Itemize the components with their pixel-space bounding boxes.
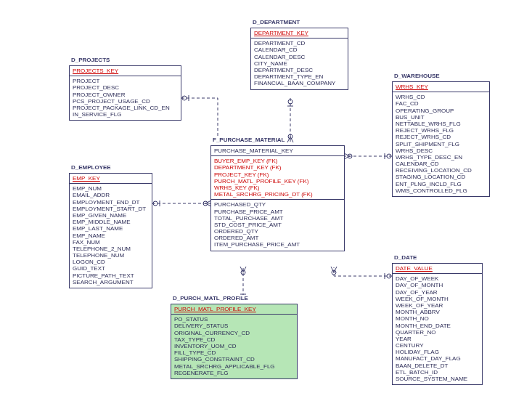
entity-title: D_PROJECTS xyxy=(70,57,111,65)
svg-point-17 xyxy=(332,270,336,275)
entity-d-date[interactable]: D_DATE DATE_VALUE DAY_OF_WEEK DAY_OF_MON… xyxy=(392,263,483,385)
foreign-key: DEPARTMENT_KEY (FK) xyxy=(214,164,341,171)
column: REGENERATE_FLG xyxy=(174,370,294,376)
svg-point-9 xyxy=(153,201,157,206)
column: WEEK_OF_YEAR xyxy=(396,302,479,309)
column: REJECT_WRHS_FLG xyxy=(396,127,486,134)
column: CITY_NAME xyxy=(254,60,345,67)
svg-point-3 xyxy=(288,100,292,104)
column: EMP_NAME xyxy=(73,232,149,239)
primary-key: WRHS_KEY xyxy=(393,82,489,92)
column: DAY_OF_MONTH xyxy=(396,282,479,288)
column: LOGON_CD xyxy=(73,259,149,265)
column: PROJECT_DESC xyxy=(73,84,178,91)
entity-title: D_WAREHOUSE xyxy=(393,73,441,81)
column: ORDERED_QTY xyxy=(214,228,341,235)
column: WRHS_TYPE_DESC_EN xyxy=(396,154,486,161)
foreign-key: PROJECT_KEY (FK) xyxy=(214,171,341,178)
column: CENTURY xyxy=(396,342,479,349)
column: PURCHASED_QTY xyxy=(214,201,341,208)
column: TELEPHONE_2_NUM xyxy=(73,246,149,252)
entity-d-purch-matl-profile[interactable]: D_PURCH_MATL_PROFILE PURCH_MATL_PROFILE_… xyxy=(171,304,298,379)
entity-title: D_DEPARTMENT xyxy=(251,19,301,28)
primary-key: PURCH_MATL_PROFILE_KEY xyxy=(171,304,297,315)
column: MONTH_NO xyxy=(396,315,479,322)
column: WEEK_OF_MONTH xyxy=(396,296,479,302)
column: MONTH_END_DATE xyxy=(396,323,479,329)
column: PROJECT xyxy=(73,78,178,84)
column: EMPLOYMENT_END_DT xyxy=(73,199,149,206)
entity-d-projects[interactable]: D_PROJECTS PROJECTS_KEY PROJECT PROJECT_… xyxy=(69,65,181,121)
entity-title: D_PURCH_MATL_PROFILE xyxy=(171,295,250,304)
column: DAY_OF_WEEK xyxy=(396,275,479,282)
column: PROJECT_OWNER xyxy=(73,92,178,98)
column: MONTH_ABBRV xyxy=(396,309,479,315)
column: ETL_BATCH_ID xyxy=(396,369,479,376)
column: ORDERED_AMT xyxy=(214,235,341,241)
column: SHIPPING_CONSTRAINT_CD xyxy=(174,356,294,363)
column-list: PO_STATUS DELIVERY_STATUS ORIGINAL_CURRE… xyxy=(171,315,297,378)
column: WMS_CONTROLLED_FLG xyxy=(396,187,486,194)
column: DAY_OF_YEAR xyxy=(396,289,479,296)
column-list: DEPARTMENT_CD CALENDAR_CD CALENDAR_DESC … xyxy=(251,39,348,89)
column: PICTURE_PATH_TEXT xyxy=(73,272,149,279)
column: MANUFACT_DAY_FLAG xyxy=(396,355,479,362)
entity-d-warehouse[interactable]: D_WAREHOUSE WRHS_KEY WRHS_CD FAC_CD OPER… xyxy=(392,81,490,197)
column: RECEIVING_LOCATION_CD xyxy=(396,167,486,174)
column: CALENDAR_DESC xyxy=(254,54,345,60)
column: TOTAL_PURCHASE_AMT xyxy=(214,215,341,222)
column: STD_COST_PRICE_AMT xyxy=(214,222,341,228)
foreign-key: WRHS_KEY (FK) xyxy=(214,185,341,191)
svg-point-14 xyxy=(241,270,245,275)
primary-key: EMP_KEY xyxy=(70,174,152,184)
entity-title: F_PURCHASE_MATERIAL xyxy=(211,137,286,145)
column: EMP_NUM xyxy=(73,185,149,192)
column-list: EMP_NUM EMAIL_ADDR EMPLOYMENT_END_DT EMP… xyxy=(70,184,152,288)
column: EMP_MIDDLE_NAME xyxy=(73,219,149,225)
column: PURCHASE_PRICE_AMT xyxy=(214,208,341,215)
column: INVENTORY_UOM_CD xyxy=(174,343,294,349)
column: EMPLOYMENT_START_DT xyxy=(73,206,149,212)
primary-key: PROJECTS_KEY xyxy=(70,66,181,76)
column: CALENDAR_CD xyxy=(254,46,345,53)
column: FINANCIAL_BAAN_COMPANY xyxy=(254,80,345,86)
column: NETTABLE_WRHS_FLG xyxy=(396,121,486,127)
column: FILL_TYPE_CD xyxy=(174,349,294,356)
primary-key: DATE_VALUE xyxy=(393,264,482,274)
column: FAC_CD xyxy=(396,100,486,107)
column-list: DAY_OF_WEEK DAY_OF_MONTH DAY_OF_YEAR WEE… xyxy=(393,274,482,384)
entity-d-department[interactable]: D_DEPARTMENT DEPARTMENT_KEY DEPARTMENT_C… xyxy=(250,28,348,90)
column-list: WRHS_CD FAC_CD OPERATING_GROUP BUS_UNIT … xyxy=(393,92,489,196)
column: DELIVERY_STATUS xyxy=(174,323,294,329)
column: METAL_SRCHRG_APPLICABLE_FLG xyxy=(174,363,294,370)
column: YEAR xyxy=(396,336,479,342)
column: BUS_UNIT xyxy=(396,114,486,121)
column: ORIGINAL_CURRENCY_CD xyxy=(174,330,294,336)
entity-d-employee[interactable]: D_EMPLOYEE EMP_KEY EMP_NUM EMAIL_ADDR EM… xyxy=(69,173,152,288)
column: FAX_NUM xyxy=(73,239,149,246)
column: STAGING_LOCATION_CD xyxy=(396,174,486,180)
column: EMP_LAST_NAME xyxy=(73,225,149,232)
column: SOURCE_SYSTEM_NAME xyxy=(396,376,479,382)
primary-key: PURCHASE_MATERIAL_KEY xyxy=(211,146,344,156)
svg-point-5 xyxy=(288,134,292,139)
foreign-key: PURCH_MATL_PROFILE_KEY (FK) xyxy=(214,178,341,185)
column: EMAIL_ADDR xyxy=(73,192,149,198)
column: REJECT_WRHS_CD xyxy=(396,134,486,140)
column: TELEPHONE_NUM xyxy=(73,252,149,259)
column: SEARCH_ARGUMENT xyxy=(73,279,149,286)
column: WRHS_CD xyxy=(396,94,486,100)
foreign-key: BUYER_EMP_KEY (FK) xyxy=(214,158,341,164)
column: ITEM_PURCHASE_PRICE_AMT xyxy=(214,241,341,248)
column: PCS_PROJECT_USAGE_CD xyxy=(73,98,178,105)
column: CALENDAR_CD xyxy=(396,161,486,167)
column: HOLIDAY_FLAG xyxy=(396,349,479,355)
entity-f-purchase-material[interactable]: F_PURCHASE_MATERIAL PURCHASE_MATERIAL_KE… xyxy=(210,145,345,251)
column: DEPARTMENT_TYPE_EN xyxy=(254,73,345,80)
column: IN_SERVICE_FLG xyxy=(73,111,178,118)
er-diagram-canvas: D_PROJECTS PROJECTS_KEY PROJECT PROJECT_… xyxy=(0,0,532,409)
column: QUARTER_NO xyxy=(396,329,479,336)
column: OPERATING_GROUP xyxy=(396,108,486,114)
column: WRHS_DESC xyxy=(396,147,486,154)
column: PROJECT_PACKAGE_LINK_CD_EN xyxy=(73,105,178,111)
